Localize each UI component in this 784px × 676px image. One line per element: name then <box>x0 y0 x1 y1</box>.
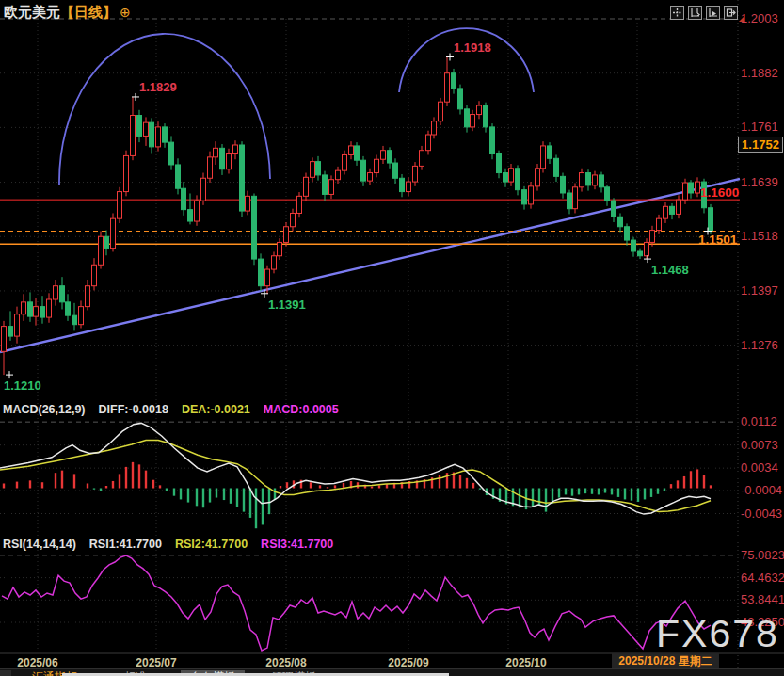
candle-body <box>522 190 527 204</box>
rsi1-value: RSI1:41.7700 <box>89 538 162 551</box>
candle-body <box>92 265 97 285</box>
time-axis-label: 2025/06 <box>17 656 57 669</box>
candle-body <box>220 148 225 169</box>
macd-params: MACD(26,12,9) <box>3 403 86 416</box>
candle-body <box>40 307 45 317</box>
price-annotation: 1.1391 <box>268 298 306 312</box>
time-axis-label: 2025/08 <box>265 656 306 669</box>
support-level-label: 1.1501 <box>698 233 737 247</box>
price-annotation: 1.1829 <box>139 80 177 94</box>
candle-body <box>509 169 514 182</box>
candle-body <box>284 227 289 243</box>
candle-body <box>458 89 463 109</box>
candle-body <box>361 160 366 181</box>
price-tick-label: 1.1397 <box>741 284 778 298</box>
fx678-watermark: FX678 <box>656 612 779 656</box>
candle-body <box>683 183 688 200</box>
candle-body <box>452 73 456 89</box>
axis-scale-right-icon[interactable] <box>706 6 720 20</box>
candle-body <box>291 213 296 226</box>
price-tick-label: 1.1639 <box>741 176 778 189</box>
candle-body <box>432 121 437 135</box>
candle-body <box>657 218 662 230</box>
candle-body <box>573 187 578 209</box>
pattern-arc <box>399 28 534 92</box>
candle-body <box>176 165 181 188</box>
candle-body <box>677 200 681 214</box>
price-tick-label: 1.1761 <box>741 121 778 134</box>
tab-partial[interactable] <box>0 670 11 676</box>
candle-body <box>297 196 302 213</box>
candle-body <box>586 173 591 185</box>
candle-body <box>323 175 328 195</box>
candle-body <box>278 242 282 255</box>
macd-diff-value: DIFF:-0.0018 <box>99 403 168 416</box>
candle-body <box>541 146 546 169</box>
candle-body <box>60 286 65 302</box>
candle-body <box>246 196 250 211</box>
candle-body <box>484 105 488 127</box>
candle-body <box>8 327 13 336</box>
candle-body <box>580 173 584 187</box>
price-marker-cross <box>644 255 651 263</box>
candle-body <box>156 127 161 147</box>
candle-body <box>34 307 39 316</box>
candle-body <box>169 142 174 165</box>
candle-body <box>407 182 411 191</box>
candle-body <box>79 307 84 325</box>
candle-body <box>625 227 630 240</box>
dif-line <box>0 423 711 514</box>
candle-body <box>188 210 193 221</box>
candle-body <box>368 173 373 182</box>
candle-body <box>144 122 149 136</box>
candle-body <box>272 256 277 269</box>
resistance-level-label: 1.1600 <box>700 185 739 200</box>
macd-tick-label: -0.0004 <box>741 484 782 497</box>
candle-body <box>375 159 379 172</box>
add-indicator-icon[interactable]: ⊕ <box>120 5 131 20</box>
candle-body <box>393 163 398 178</box>
candle-body <box>561 176 566 193</box>
candle-body <box>252 196 257 259</box>
rsi-tick-label: 53.8441 <box>741 593 784 606</box>
candle-body <box>28 302 33 316</box>
candle-body <box>137 116 142 137</box>
price-tick-label: 1.1882 <box>741 67 778 80</box>
axis-scale-left-icon[interactable] <box>688 6 702 20</box>
candle-body <box>497 154 502 173</box>
candle-body <box>329 180 334 195</box>
candle-body <box>689 183 694 193</box>
candle-body <box>400 178 405 191</box>
trendline[interactable] <box>0 179 740 352</box>
candle-body <box>343 154 347 170</box>
candle-body <box>86 286 90 307</box>
candle-body <box>445 73 450 103</box>
candle-body <box>381 151 386 160</box>
candle-body <box>208 157 213 178</box>
rsi3-value: RSI3:41.7700 <box>261 538 333 551</box>
axis-shift-icon[interactable] <box>724 6 738 20</box>
rsi-indicator-row: RSI(14,14,14)RSI1:41.7700RSI2:41.7700RSI… <box>3 538 346 551</box>
rsi-tick-label: 75.0823 <box>741 549 784 562</box>
candle-body <box>471 115 475 127</box>
candle-body <box>516 169 520 190</box>
candle-body <box>336 170 341 180</box>
candle-body <box>259 259 264 286</box>
candle-body <box>304 177 309 196</box>
candle-body <box>426 135 431 151</box>
candle-body <box>618 217 623 226</box>
candle-body <box>605 187 610 201</box>
candle-body <box>670 206 675 214</box>
candle-body <box>131 116 136 156</box>
candle-body <box>195 201 200 221</box>
candle-body <box>568 193 572 209</box>
chart-canvas[interactable] <box>0 0 784 676</box>
candle-body <box>201 178 206 201</box>
candle-body <box>696 182 700 193</box>
candle-body <box>47 299 52 317</box>
candle-body <box>316 162 321 175</box>
time-axis-label: 2025/07 <box>136 656 176 669</box>
pan-icon[interactable] <box>670 6 684 20</box>
price-annotation: 1.1918 <box>454 40 491 55</box>
symbol-name: 欧元美元 <box>4 4 60 20</box>
